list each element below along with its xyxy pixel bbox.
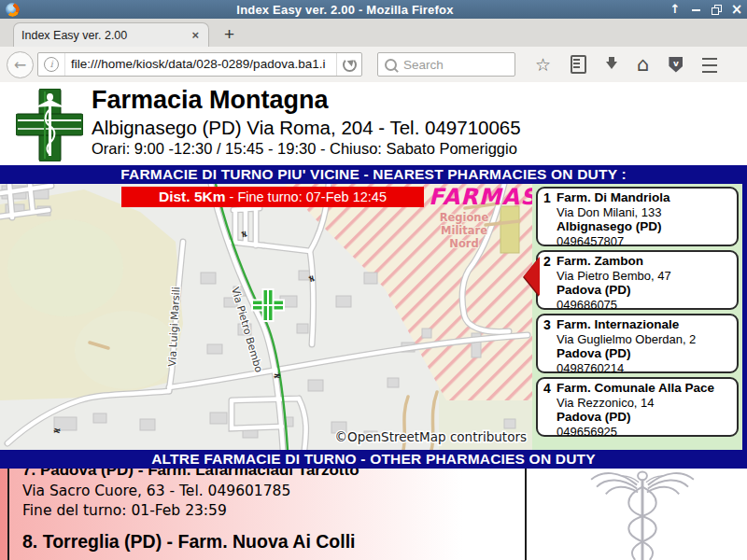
- pharmacy-hours: Orari: 9:00 -12:30 / 15:45 - 19:30 - Chi…: [92, 140, 517, 158]
- close-icon[interactable]: ×: [726, 0, 747, 19]
- duty-city: Padova (PD): [557, 346, 733, 361]
- duty-name: Farm. Internazionale: [557, 317, 733, 332]
- other-entry-7-duty-end: Fine del turno: 01-Feb 23:59: [22, 502, 525, 519]
- duty-card-2[interactable]: 2 Farm. Zambon Via Pietro Bembo, 47 Pado…: [536, 250, 739, 310]
- duty-card-1[interactable]: 1 Farm. Di Mandriola Via Don Milani, 133…: [536, 187, 739, 246]
- pharmacy-name: Farmacia Montagna: [92, 86, 329, 115]
- shade-icon[interactable]: ↑: [665, 0, 685, 19]
- distance-banner: Dist. 5Km - Fine turno: 07-Feb 12:45: [121, 187, 424, 207]
- duty-city: Padova (PD): [557, 283, 733, 298]
- duty-rank: 2: [543, 254, 551, 269]
- duty-city: Albignasego (PD): [557, 219, 733, 234]
- tab-index-easy[interactable]: Index Easy ver. 2.00 ×: [13, 22, 209, 47]
- nearest-pharmacies-sidebar: 1 Farm. Di Mandriola Via Don Milani, 133…: [532, 184, 742, 450]
- caduceus-icon: [558, 469, 726, 560]
- shield-icon[interactable]: v: [669, 57, 683, 73]
- url-bar[interactable]: i file:///home/kiosk/data/028-0289/padov…: [37, 52, 362, 77]
- duty-street: Via Pietro Bembo, 47: [557, 269, 733, 283]
- pharmacy-address: Albignasego (PD) Via Roma, 204 - Tel. 04…: [92, 117, 521, 139]
- area-label-nord: Nord: [449, 237, 478, 250]
- distance-value: Dist. 5Km: [159, 189, 226, 204]
- menu-icon[interactable]: [702, 58, 717, 73]
- duty-rank: 1: [543, 190, 551, 205]
- other-entry-7-title: 7. Padova (PD) - Farm. Lafarmaciadi Tarz…: [22, 469, 525, 480]
- minimize-icon[interactable]: [685, 0, 706, 19]
- caduceus-panel: [538, 469, 747, 560]
- map: ≠ ≠ ≠ ≠ Via Pietro Bembo Via Luigi Marsi…: [0, 184, 532, 450]
- svg-text:≠: ≠: [239, 230, 250, 238]
- duty-city: Padova (PD): [557, 410, 733, 425]
- info-icon[interactable]: i: [44, 57, 59, 72]
- duty-card-4[interactable]: 4 Farm. Comunale Alla Pace Via Rezzonico…: [536, 377, 739, 437]
- banner-nearest-pharmacies: FARMACIE DI TURNO PIU' VICINE - NEAREST …: [0, 165, 747, 184]
- duty-name: Farm. Comunale Alla Pace: [557, 381, 733, 396]
- duty-street: Via Guglielmo Oberdan, 2: [557, 332, 733, 346]
- search-placeholder: Search: [403, 58, 444, 72]
- duty-phone: 0498760214: [557, 361, 733, 375]
- duty-rank: 4: [543, 381, 551, 396]
- duty-card-3[interactable]: 3 Farm. Internazionale Via Guglielmo Obe…: [536, 314, 739, 373]
- right-navy-border: [742, 165, 747, 469]
- banner-other-pharmacies: ALTRE FARMACIE DI TURNO - OTHER PHARMACI…: [0, 450, 747, 469]
- osm-map-canvas: ≠ ≠ ≠ ≠ Via Pietro Bembo Via Luigi Marsi…: [0, 184, 532, 450]
- duty-rank: 3: [543, 317, 551, 332]
- other-pharmacies-box: 7. Padova (PD) - Farm. Lafarmaciadi Tarz…: [7, 469, 527, 560]
- bookmarks-list-icon[interactable]: [571, 55, 586, 74]
- other-pharmacies-panel: 7. Padova (PD) - Farm. Lafarmaciadi Tarz…: [0, 469, 538, 560]
- url-text[interactable]: file:///home/kiosk/data/028-0289/padova.…: [64, 53, 336, 76]
- duty-street: Via Rezzonico, 14: [557, 396, 733, 410]
- firefox-logo-icon: [6, 3, 20, 17]
- duty-phone: 049656925: [557, 425, 733, 439]
- other-entry-8-title: 8. Torreglia (PD) - Farm. Nuova Ai Colli: [22, 531, 525, 553]
- back-button[interactable]: ←: [7, 51, 34, 78]
- osm-attribution: ©OpenStreetMap contributors: [335, 429, 527, 444]
- restore-icon[interactable]: [706, 0, 726, 19]
- duty-name: Farm. Di Mandriola: [557, 190, 733, 205]
- area-label-regione: Regione: [440, 211, 489, 224]
- downloads-icon[interactable]: [606, 62, 617, 75]
- other-entry-7-address: Via Sacro Cuore, 63 - Tel. 049601785: [22, 483, 525, 499]
- area-label-militare: Militare: [441, 224, 487, 237]
- duty-phone: 0496457807: [557, 234, 733, 248]
- window-title: Index Easy ver. 2.00 - Mozilla Firefox: [25, 3, 665, 17]
- reload-icon: [343, 58, 357, 72]
- duty-end-text: - Fine turno: 07-Feb 12:45: [226, 189, 388, 204]
- tab-close-icon[interactable]: ×: [190, 28, 201, 42]
- green-cross-logo-icon: [16, 89, 83, 161]
- selected-arrow-icon: [524, 257, 540, 296]
- search-input[interactable]: Search: [377, 52, 515, 77]
- duty-phone: 049686075: [557, 298, 733, 312]
- home-icon[interactable]: ⌂: [637, 53, 649, 76]
- search-icon: [385, 59, 397, 71]
- reload-button[interactable]: [336, 53, 361, 76]
- new-tab-button[interactable]: +: [217, 24, 242, 45]
- duty-name: Farm. Zambon: [557, 254, 733, 269]
- duty-street: Via Don Milani, 133: [557, 205, 733, 219]
- window-titlebar: Index Easy ver. 2.00 - Mozilla Firefox ↑…: [0, 0, 747, 19]
- tab-bar: Index Easy ver. 2.00 × +: [0, 19, 747, 48]
- bookmark-star-icon[interactable]: ☆: [535, 52, 551, 77]
- farmasi-logo: FARMASI: [429, 184, 532, 210]
- pharmacy-header: Farmacia Montagna Albignasego (PD) Via R…: [0, 82, 747, 165]
- nav-toolbar: ← i file:///home/kiosk/data/028-0289/pad…: [0, 47, 747, 83]
- tab-title: Index Easy ver. 2.00: [21, 29, 190, 42]
